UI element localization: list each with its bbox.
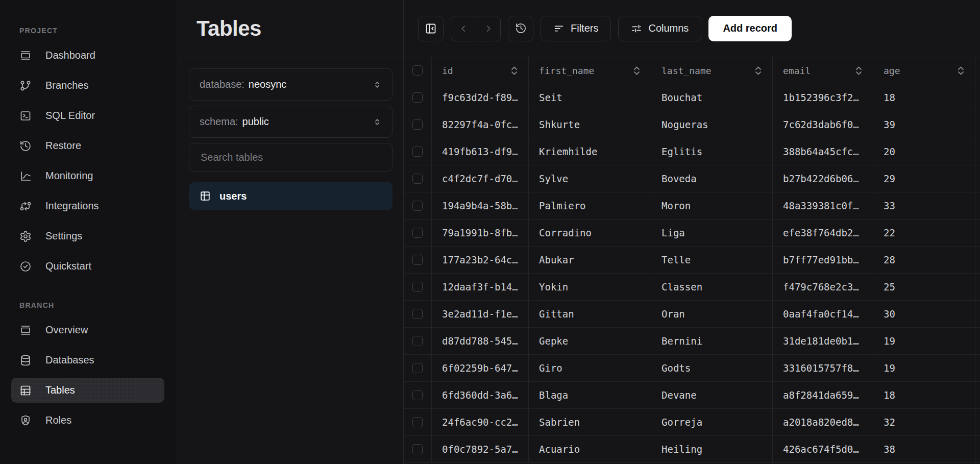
cell-email[interactable]: 48a339381c0f… bbox=[773, 192, 873, 219]
select-all-checkbox[interactable] bbox=[412, 65, 423, 76]
cell-first-name[interactable]: Corradino bbox=[529, 219, 651, 246]
cell-first-name[interactable]: Acuario bbox=[529, 436, 651, 462]
row-checkbox[interactable] bbox=[412, 390, 423, 400]
columns-button[interactable]: Columns bbox=[618, 16, 701, 41]
cell-last-name[interactable]: Liga bbox=[651, 219, 773, 246]
add-record-button[interactable]: Add record bbox=[708, 16, 792, 41]
collapse-panel-button[interactable] bbox=[418, 16, 444, 41]
column-header-id[interactable]: id bbox=[432, 57, 529, 84]
cell-last-name[interactable]: Devane bbox=[651, 382, 773, 408]
cell-first-name[interactable]: Kriemhilde bbox=[529, 138, 651, 165]
row-checkbox[interactable] bbox=[412, 282, 423, 292]
cell-email[interactable]: 3316015757f8… bbox=[773, 355, 873, 381]
database-select[interactable]: database: neosync bbox=[189, 68, 393, 101]
sidebar-item-tables[interactable]: Tables bbox=[11, 378, 164, 403]
cell-first-name[interactable]: Yokin bbox=[529, 274, 651, 300]
cell-age[interactable]: 33 bbox=[873, 192, 975, 219]
cell-id[interactable]: c4f2dc7f-d70… bbox=[432, 165, 529, 192]
cell-first-name[interactable]: Shkurte bbox=[529, 111, 651, 138]
search-tables-input[interactable] bbox=[200, 151, 382, 164]
cell-id[interactable]: 0f0c7892-5a7… bbox=[432, 436, 529, 462]
cell-id[interactable]: d87dd788-545… bbox=[432, 328, 529, 354]
cell-first-name[interactable]: Seit bbox=[529, 84, 651, 111]
sidebar-item-databases[interactable]: Databases bbox=[11, 348, 164, 373]
table-list-item-users[interactable]: users bbox=[189, 182, 393, 210]
cell-email[interactable]: 0aaf4fa0cf14… bbox=[773, 301, 873, 327]
column-header-last-name[interactable]: last_name bbox=[651, 57, 773, 84]
cell-last-name[interactable]: Nogueras bbox=[651, 111, 773, 138]
cell-email[interactable]: b27b422d6b06… bbox=[773, 165, 873, 192]
cell-first-name[interactable]: Sabrien bbox=[529, 409, 651, 435]
row-checkbox[interactable] bbox=[412, 309, 423, 319]
cell-age[interactable]: 28 bbox=[873, 247, 975, 273]
cell-first-name[interactable]: Giro bbox=[529, 355, 651, 381]
cell-id[interactable]: 24f6ac90-cc2… bbox=[432, 409, 529, 435]
cell-id[interactable]: 6f02259b-647… bbox=[432, 355, 529, 381]
cell-last-name[interactable]: Boveda bbox=[651, 165, 773, 192]
cell-age[interactable]: 19 bbox=[873, 328, 975, 354]
cell-id[interactable]: 79a1991b-8fb… bbox=[432, 219, 529, 246]
column-header-age[interactable]: age bbox=[873, 57, 975, 84]
cell-last-name[interactable]: Oran bbox=[651, 301, 773, 327]
sidebar-item-quickstart[interactable]: Quickstart bbox=[11, 254, 164, 279]
cell-age[interactable]: 18 bbox=[873, 382, 975, 408]
cell-last-name[interactable]: Bernini bbox=[651, 328, 773, 354]
row-checkbox[interactable] bbox=[412, 336, 423, 346]
cell-first-name[interactable]: Abukar bbox=[529, 247, 651, 273]
row-checkbox[interactable] bbox=[412, 201, 423, 211]
filters-button[interactable]: Filters bbox=[541, 16, 611, 41]
cell-first-name[interactable]: Blaga bbox=[529, 382, 651, 408]
next-page-button[interactable] bbox=[476, 16, 500, 41]
row-checkbox[interactable] bbox=[412, 417, 423, 427]
cell-last-name[interactable]: Heiling bbox=[651, 436, 773, 462]
cell-id[interactable]: f9c63d2d-f89… bbox=[432, 84, 529, 111]
cell-id[interactable]: 194a9b4a-58b… bbox=[432, 192, 529, 219]
cell-age[interactable]: 22 bbox=[873, 219, 975, 246]
cell-email[interactable]: 1b152396c3f2… bbox=[773, 84, 873, 111]
sidebar-item-integrations[interactable]: Integrations bbox=[11, 193, 164, 218]
sidebar-item-monitoring[interactable]: Monitoring bbox=[11, 163, 164, 188]
sidebar-item-branches[interactable]: Branches bbox=[11, 73, 164, 98]
cell-last-name[interactable]: Gorreja bbox=[651, 409, 773, 435]
cell-age[interactable]: 38 bbox=[873, 436, 975, 462]
sidebar-item-settings[interactable]: Settings bbox=[11, 224, 164, 249]
column-header-email[interactable]: email bbox=[773, 57, 873, 84]
cell-age[interactable]: 20 bbox=[873, 138, 975, 165]
cell-last-name[interactable]: Moron bbox=[651, 192, 773, 219]
row-checkbox[interactable] bbox=[412, 119, 423, 130]
cell-last-name[interactable]: Eglitis bbox=[651, 138, 773, 165]
cell-first-name[interactable]: Gittan bbox=[529, 301, 651, 327]
cell-email[interactable]: a8f2841da659… bbox=[773, 382, 873, 408]
history-button[interactable] bbox=[508, 16, 533, 41]
cell-last-name[interactable]: Bouchat bbox=[651, 84, 773, 111]
sidebar-item-roles[interactable]: Roles bbox=[11, 408, 164, 433]
cell-age[interactable]: 39 bbox=[873, 111, 975, 138]
column-header-first-name[interactable]: first_name bbox=[529, 57, 651, 84]
cell-first-name[interactable]: Palmiero bbox=[529, 192, 651, 219]
cell-age[interactable]: 18 bbox=[873, 84, 975, 111]
row-checkbox[interactable] bbox=[412, 174, 423, 184]
sidebar-item-sql-editor[interactable]: SQL Editor bbox=[11, 103, 164, 128]
sidebar-item-dashboard[interactable]: Dashboard bbox=[11, 43, 164, 68]
cell-email[interactable]: a2018a820ed8… bbox=[773, 409, 873, 435]
cell-age[interactable]: 29 bbox=[873, 165, 975, 192]
sidebar-item-overview[interactable]: Overview bbox=[11, 318, 164, 343]
cell-email[interactable]: 388b64a45cfc… bbox=[773, 138, 873, 165]
cell-age[interactable]: 32 bbox=[873, 409, 975, 435]
cell-last-name[interactable]: Telle bbox=[651, 247, 773, 273]
cell-age[interactable]: 25 bbox=[873, 274, 975, 300]
cell-id[interactable]: 82297f4a-0fc… bbox=[432, 111, 529, 138]
cell-id[interactable]: 3e2ad11d-f1e… bbox=[432, 301, 529, 327]
cell-id[interactable]: 177a23b2-64c… bbox=[432, 247, 529, 273]
row-checkbox[interactable] bbox=[412, 363, 423, 373]
schema-select[interactable]: schema: public bbox=[189, 106, 393, 138]
cell-id[interactable]: 419fb613-df9… bbox=[432, 138, 529, 165]
cell-email[interactable]: 7c62d3dab6f0… bbox=[773, 111, 873, 138]
cell-first-name[interactable]: Gepke bbox=[529, 328, 651, 354]
cell-last-name[interactable]: Godts bbox=[651, 355, 773, 381]
row-checkbox[interactable] bbox=[412, 146, 423, 157]
cell-id[interactable]: 6fd360dd-3a6… bbox=[432, 382, 529, 408]
cell-email[interactable]: 426ac674f5d0… bbox=[773, 436, 873, 462]
cell-first-name[interactable]: Sylve bbox=[529, 165, 651, 192]
cell-id[interactable]: 12daaf3f-b14… bbox=[432, 274, 529, 300]
